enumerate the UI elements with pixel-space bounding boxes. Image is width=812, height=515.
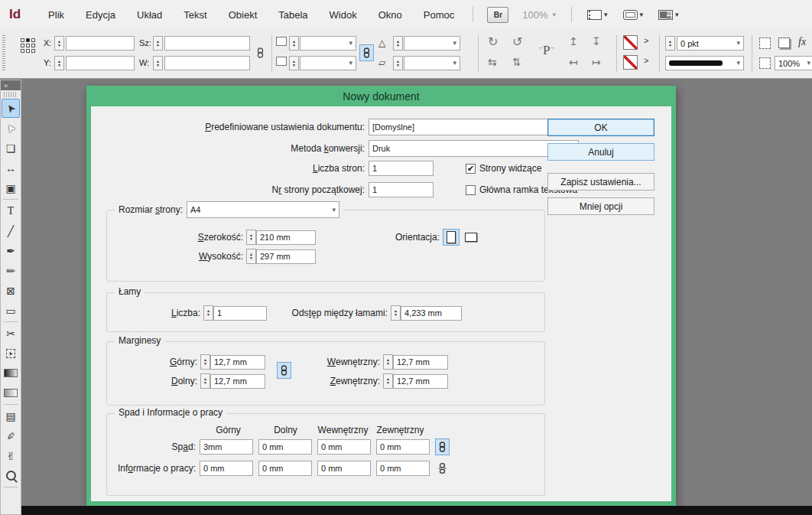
bridge-button[interactable]: Br (487, 7, 508, 23)
gap-tool[interactable]: ↔ (2, 158, 20, 178)
margin-top-input[interactable]: 12,7 mm (210, 355, 265, 370)
page-size-select[interactable]: A4▾ (187, 201, 339, 218)
hand-tool[interactable]: ✌ (2, 446, 20, 465)
app-zoom-dropdown[interactable]: 100% ▾ (522, 9, 556, 21)
line-tool[interactable]: ╱ (2, 221, 20, 240)
select-container-icon[interactable]: ↥ (569, 36, 578, 47)
menu-pomoc[interactable]: Pomoc (413, 9, 465, 21)
object-style-icon[interactable] (759, 37, 771, 49)
scale-x-stepper[interactable]: ▲▼ (289, 36, 299, 51)
height-stepper[interactable]: ▲▼ (153, 56, 163, 70)
orientation-landscape-button[interactable] (463, 229, 479, 246)
gutter-input[interactable]: 4,233 mm (401, 306, 462, 321)
direct-selection-tool[interactable]: ➤ (2, 119, 20, 138)
select-previous-icon[interactable]: ↤ (569, 57, 578, 67)
bleed-top-input[interactable]: 3mm (200, 439, 253, 455)
margin-bottom-input[interactable]: 12,7 mm (210, 374, 265, 389)
page-height-stepper[interactable]: ▲▼ (246, 249, 256, 264)
width-input[interactable] (164, 36, 250, 51)
rectangle-frame-tool[interactable]: ⊠ (2, 281, 20, 300)
panel-grip[interactable] (4, 92, 18, 97)
x-position-input[interactable] (66, 36, 135, 51)
margin-outside-input[interactable]: 12,7 mm (393, 374, 448, 389)
reference-point-proxy[interactable] (21, 38, 37, 55)
effects-button[interactable]: fx (798, 36, 806, 48)
ref-point[interactable] (31, 49, 35, 53)
selection-tool[interactable]: ➤ (2, 99, 20, 118)
page-width-input[interactable]: 210 mm (256, 230, 316, 245)
drop-shadow-icon[interactable] (778, 37, 790, 48)
margin-inside-stepper[interactable]: ▲▼ (383, 354, 393, 370)
slug-bottom-input[interactable]: 0 mm (258, 461, 312, 476)
shear-stepper[interactable]: ▲▼ (393, 56, 403, 70)
slug-top-input[interactable]: 0 mm (200, 461, 253, 476)
width-stepper[interactable]: ▲▼ (153, 36, 163, 51)
gradient-swatch-tool[interactable] (2, 363, 20, 383)
columns-number-input[interactable]: 1 (213, 306, 267, 321)
ref-point[interactable] (31, 44, 35, 47)
bleed-outside-input[interactable]: 0 mm (376, 439, 430, 455)
stroke-color-none-swatch[interactable] (623, 35, 638, 50)
constrain-proportions-chain-button[interactable] (253, 44, 268, 61)
menu-okno[interactable]: Okno (368, 9, 413, 21)
view-options-button[interactable]: ▾ (587, 10, 608, 20)
pen-tool[interactable]: ✒ (2, 241, 20, 260)
screen-mode-button[interactable]: ▾ (623, 10, 644, 20)
gradient-feather-tool[interactable] (2, 383, 20, 403)
ref-point-selected[interactable] (26, 38, 30, 42)
margin-top-stepper[interactable]: ▲▼ (200, 354, 210, 370)
x-position-stepper[interactable]: ▲▼ (54, 36, 64, 51)
menu-uklad[interactable]: Układ (126, 9, 173, 21)
menu-edycja[interactable]: Edycja (75, 9, 126, 21)
y-position-stepper[interactable]: ▲▼ (54, 56, 64, 70)
cancel-button[interactable]: Anuluj (547, 143, 654, 161)
flip-horizontal-icon[interactable]: ⇆ (488, 57, 497, 67)
panel-drag-handle[interactable] (2, 35, 5, 70)
fill-color-none-swatch[interactable] (623, 55, 638, 70)
rectangle-tool[interactable]: ▭ (2, 301, 20, 320)
start-page-input[interactable]: 1 (369, 182, 434, 197)
menu-plik[interactable]: Plik (37, 9, 75, 21)
eyedropper-tool[interactable]: ✑ (2, 426, 20, 445)
content-collector-tool[interactable]: ▣ (2, 178, 20, 197)
ref-point[interactable] (31, 38, 35, 42)
opacity-select[interactable]: 100%▾ (775, 56, 812, 70)
slug-outside-input[interactable]: 0 mm (376, 461, 430, 476)
ref-point[interactable] (21, 44, 24, 47)
facing-pages-checkbox[interactable]: ✔ Strony widzące (466, 163, 541, 174)
bleed-uniform-chain-button[interactable] (435, 438, 450, 455)
stroke-weight-select[interactable]: 0 pkt▾ (677, 36, 744, 51)
ref-point[interactable] (26, 49, 30, 53)
gutter-stepper[interactable]: ▲▼ (391, 305, 401, 321)
shear-select[interactable]: ▾ (404, 56, 460, 70)
scale-x-select[interactable]: ▾ (300, 36, 356, 51)
page-width-stepper[interactable]: ▲▼ (246, 230, 256, 245)
fewer-options-button[interactable]: Mniej opcji (547, 197, 654, 215)
free-transform-tool[interactable] (2, 344, 20, 363)
stroke-weight-stepper[interactable]: ▲▼ (665, 36, 675, 51)
margin-outside-stepper[interactable]: ▲▼ (383, 373, 393, 389)
margin-inside-input[interactable]: 12,7 mm (393, 355, 448, 370)
slug-broken-chain-button[interactable] (435, 460, 450, 477)
ref-point[interactable] (26, 44, 30, 47)
save-preset-button[interactable]: Zapisz ustawienia... (547, 173, 654, 191)
panel-expand-button[interactable]: » (1, 80, 21, 90)
flip-vertical-icon[interactable]: ⇅ (512, 57, 521, 67)
fit-content-icon[interactable] (276, 57, 287, 66)
opacity-icon[interactable] (759, 57, 771, 69)
page-count-input[interactable]: 1 (369, 161, 434, 176)
menu-tekst[interactable]: Tekst (173, 9, 217, 21)
orientation-portrait-button[interactable] (443, 229, 460, 246)
scale-y-select[interactable]: ▾ (300, 56, 356, 70)
select-next-icon[interactable]: ↦ (592, 57, 601, 67)
select-content-icon[interactable]: ↧ (592, 36, 601, 47)
scale-y-stepper[interactable]: ▲▼ (289, 56, 299, 70)
rotate-cw-icon[interactable]: ↻ (488, 36, 498, 48)
columns-number-stepper[interactable]: ▲▼ (203, 305, 213, 321)
zoom-tool[interactable] (2, 466, 20, 485)
menu-widok[interactable]: Widok (319, 9, 368, 21)
bleed-bottom-input[interactable]: 0 mm (258, 439, 312, 455)
ok-button[interactable]: OK (547, 119, 654, 136)
constrain-scale-chain-button[interactable] (359, 44, 374, 61)
ref-point[interactable] (21, 38, 24, 42)
